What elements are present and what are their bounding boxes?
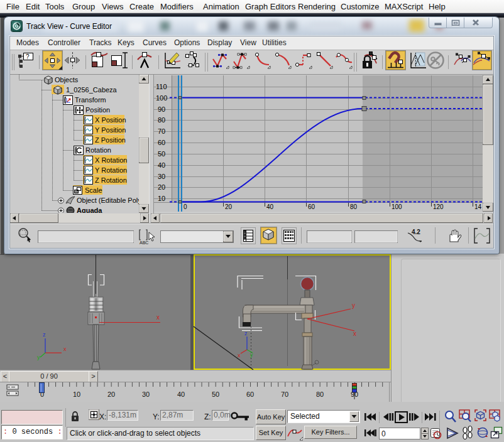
svg-text:y: y [250,352,253,358]
svg-text:?: ? [26,53,30,60]
svg-text:ABC: ABC [140,240,148,245]
svg-text:x: x [353,330,356,337]
svg-text:60: 60 [246,391,254,398]
svg-text:10: 10 [73,391,80,398]
svg-text:0: 0 [381,429,386,438]
svg-text:z: z [244,330,248,337]
svg-text:30: 30 [142,391,150,398]
svg-text:z: z [43,332,46,338]
svg-text:20: 20 [107,391,115,398]
svg-text:40: 40 [177,391,185,398]
svg-text:x: x [156,314,160,321]
svg-text:y: y [352,302,355,309]
svg-text:x: x [63,346,67,352]
svg-text:4.2: 4.2 [412,229,420,235]
svg-text:50: 50 [212,391,219,398]
svg-text:y: y [37,354,40,360]
svg-text:70: 70 [281,391,288,398]
svg-text:x: x [238,352,241,358]
svg-text:80: 80 [316,391,324,398]
